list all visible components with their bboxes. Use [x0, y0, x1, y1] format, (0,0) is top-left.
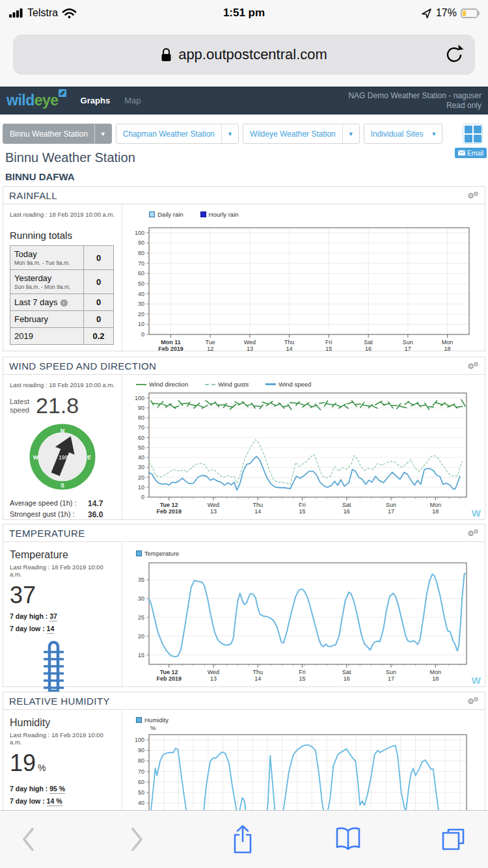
svg-text:80: 80 — [138, 250, 144, 256]
station-button-0[interactable]: Binnu Weather Station▼ — [3, 124, 112, 144]
nav-item-graphs[interactable]: Graphs — [81, 96, 111, 105]
station-button-label: Wildeye Weather Station — [243, 129, 342, 139]
gust-value: 36.0 — [88, 510, 103, 519]
temperature-chart-area: Temperature 1520253035Tue 12Feb 2019Wed1… — [123, 542, 485, 686]
svg-text:Tue 12: Tue 12 — [160, 502, 178, 508]
humidity-value: 19% — [10, 751, 115, 780]
svg-text:Fri: Fri — [299, 502, 306, 508]
svg-text:18: 18 — [444, 346, 451, 351]
station-button-label: Individual Sites — [364, 129, 430, 139]
session-station: NAG Demo Weather Station - naguser — [348, 91, 481, 101]
svg-text:16: 16 — [344, 508, 350, 515]
svg-text:12: 12 — [207, 346, 213, 351]
svg-text:0: 0 — [141, 331, 144, 338]
session-mode: Read only — [348, 101, 481, 111]
svg-text:90: 90 — [138, 239, 144, 246]
svg-text:20: 20 — [138, 311, 144, 318]
wildeye-watermark: W — [472, 508, 481, 519]
svg-text:Tue: Tue — [206, 339, 215, 346]
svg-text:70: 70 — [138, 768, 144, 775]
wildeye-watermark: W — [472, 675, 481, 686]
nav-item-map[interactable]: Map — [124, 96, 141, 105]
svg-text:10: 10 — [138, 484, 144, 491]
wildeye-logo[interactable]: wildeye — [7, 87, 59, 115]
chevron-down-icon[interactable]: ▼ — [343, 131, 359, 137]
svg-text:16: 16 — [365, 346, 372, 351]
panel-settings-icon[interactable]: ⚙⚙ — [467, 529, 479, 537]
tabs-icon[interactable] — [440, 826, 466, 852]
humidity-subtitle: Humidity — [10, 717, 115, 729]
svg-text:14: 14 — [254, 675, 261, 682]
compass-w: W — [33, 454, 39, 461]
temperature-chart[interactable]: 1520253035Tue 12Feb 2019Wed13Thu14Fri15S… — [123, 560, 486, 685]
table-row: TodayMon 9a.m. - Tue 9a.m.0 — [10, 246, 114, 270]
panel-settings-icon[interactable]: ⚙⚙ — [467, 697, 479, 705]
panel-settings-icon[interactable]: ⚙⚙ — [467, 191, 479, 200]
table-row: 20190.2 — [10, 328, 114, 345]
svg-text:60: 60 — [138, 270, 144, 277]
browser-toolbar — [0, 810, 488, 868]
svg-text:17: 17 — [405, 346, 411, 351]
envelope-icon — [458, 150, 465, 156]
wind-legend: Wind directionWind gustsWind speed — [136, 381, 311, 388]
svg-text:20: 20 — [138, 474, 144, 481]
chevron-down-icon[interactable]: ▼ — [95, 131, 111, 137]
grid-icon — [465, 126, 472, 133]
humidity-axis-unit: % — [150, 724, 156, 731]
wind-chart[interactable]: 0102030405060708090100Tue 12Feb 2019Wed1… — [123, 390, 486, 518]
svg-text:60: 60 — [138, 435, 144, 441]
table-row: February0 — [10, 311, 114, 328]
compass-n: N — [61, 427, 65, 434]
gust-label: Strongest gust (1h) : — [10, 510, 88, 519]
svg-text:10: 10 — [138, 321, 144, 327]
back-icon[interactable] — [21, 826, 36, 852]
temperature-high: 7 day high : 37 — [10, 612, 115, 620]
svg-text:15: 15 — [299, 508, 305, 515]
svg-text:90: 90 — [138, 405, 144, 411]
email-button[interactable]: Email — [455, 148, 487, 158]
table-row: Last 7 daysi0 — [10, 294, 114, 311]
svg-text:Sun: Sun — [403, 339, 413, 346]
svg-text:40: 40 — [138, 291, 144, 297]
station-button-2[interactable]: Wildeye Weather Station▼ — [243, 124, 360, 144]
wind-compass: 198° N E S W — [29, 424, 96, 490]
svg-text:80: 80 — [138, 757, 144, 764]
svg-text:50: 50 — [138, 444, 144, 451]
info-icon[interactable]: i — [61, 299, 68, 306]
layout-grid-button[interactable] — [463, 124, 483, 144]
svg-text:18: 18 — [432, 675, 439, 682]
svg-text:Sun: Sun — [386, 502, 396, 508]
bookmarks-icon[interactable] — [334, 826, 362, 852]
svg-text:25: 25 — [138, 614, 144, 621]
url-field[interactable]: app.outpostcentral.com — [13, 34, 475, 75]
station-button-1[interactable]: Chapman Weather Station▼ — [116, 124, 239, 144]
svg-text:18: 18 — [432, 508, 439, 515]
latest-speed-value: 21.8 — [36, 394, 79, 417]
clock: 1:51 pm — [0, 0, 488, 26]
forward-icon[interactable] — [129, 826, 144, 852]
wind-panel: WIND SPEED AND DIRECTION ⚙⚙ Last reading… — [3, 357, 485, 520]
svg-text:90: 90 — [138, 747, 144, 753]
session-context: NAG Demo Weather Station - naguser Read … — [348, 91, 481, 111]
rainfall-table: TodayMon 9a.m. - Tue 9a.m.0YesterdaySun … — [10, 245, 114, 345]
status-bar: Telstra 1:51 pm 17% — [0, 0, 488, 26]
svg-text:13: 13 — [210, 508, 217, 515]
svg-text:Mon: Mon — [429, 669, 441, 675]
humidity-last-reading: Last Reading : 18 Feb 2019 10:00 a.m. — [10, 731, 115, 746]
svg-text:14: 14 — [286, 346, 293, 351]
reload-icon[interactable] — [444, 44, 465, 66]
screen: Telstra 1:51 pm 17% — [0, 0, 488, 868]
compass-e: E — [87, 454, 91, 461]
panel-settings-icon[interactable]: ⚙⚙ — [467, 362, 479, 370]
leaf-badge-icon — [59, 89, 66, 97]
station-button-3[interactable]: Individual Sites▼ — [364, 124, 443, 144]
legend-item: Wind gusts — [205, 381, 249, 388]
temperature-panel-header: TEMPERATURE ⚙⚙ — [3, 524, 485, 542]
chevron-down-icon[interactable]: ▼ — [222, 131, 238, 137]
rainfall-chart[interactable]: 0102030405060708090100Mon 11Feb 2019Tue1… — [123, 220, 486, 351]
legend-item: Hourly rain — [200, 211, 239, 218]
chevron-down-icon[interactable]: ▼ — [429, 131, 442, 137]
share-icon[interactable] — [230, 824, 255, 855]
page-subtitle: BINNU DAFWA — [5, 171, 75, 182]
wind-summary-column: Last reading : 18 Feb 2019 10:00 a.m. La… — [3, 375, 122, 519]
